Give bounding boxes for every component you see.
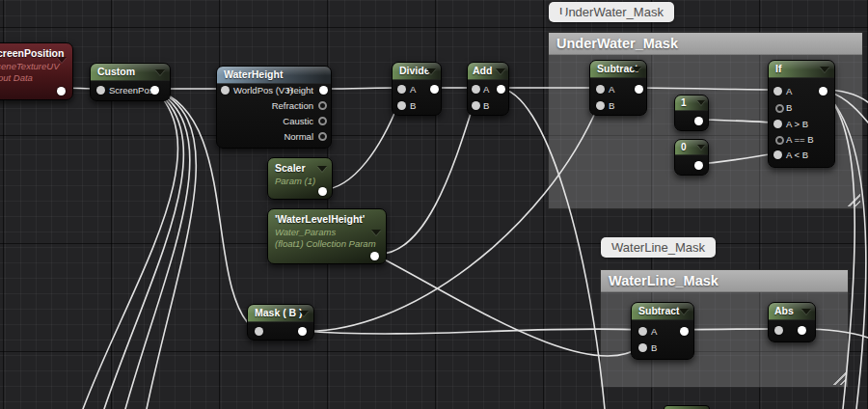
output-pin[interactable]: [57, 87, 66, 95]
output-pin[interactable]: [680, 327, 689, 336]
pin-label: A == B: [786, 134, 814, 145]
node-title: Abs: [774, 305, 794, 316]
chevron-down-icon[interactable]: [679, 309, 689, 314]
chevron-down-icon[interactable]: [697, 145, 705, 150]
node-abs[interactable]: Abs: [768, 302, 816, 342]
node-title: 'WaterLevelHeight': [268, 209, 386, 227]
input-pin-a-eq-b[interactable]: [775, 136, 784, 145]
output-pin[interactable]: [497, 85, 505, 94]
pin-label: Caustic: [283, 116, 313, 126]
node-water-height[interactable]: WaterHeight WorldPos (V3) Height Refract…: [216, 66, 332, 149]
chevron-down-icon[interactable]: [371, 230, 381, 235]
output-pin-normal[interactable]: [318, 132, 327, 141]
node-add[interactable]: Add A B: [467, 62, 509, 116]
output-pin[interactable]: [298, 327, 307, 336]
input-pin-a[interactable]: [472, 85, 480, 94]
node-divide[interactable]: Divide A B: [392, 62, 442, 116]
pin-label: Height: [287, 85, 313, 95]
input-pin-b[interactable]: [472, 101, 480, 110]
pin-label: A: [651, 326, 657, 337]
node-if[interactable]: If A B A > B A == B A < B: [768, 60, 835, 168]
pin-label: A: [786, 86, 792, 96]
node-water-level-height[interactable]: 'WaterLevelHeight' Water_Params (float1)…: [267, 208, 387, 264]
output-pin[interactable]: [318, 187, 327, 196]
wire: [321, 104, 398, 190]
output-pin[interactable]: [694, 117, 703, 125]
output-pin[interactable]: [694, 161, 703, 170]
pin-label: ScreenPos: [109, 85, 153, 95]
input-pin[interactable]: [255, 327, 263, 336]
wire: [637, 88, 775, 90]
wire: [373, 254, 641, 356]
input-pin[interactable]: [774, 326, 783, 335]
node-title: Custom: [97, 66, 135, 77]
input-pin-b[interactable]: [775, 104, 784, 113]
chevron-down-icon[interactable]: [496, 68, 505, 74]
output-pin-height[interactable]: [319, 86, 328, 95]
chevron-down-icon[interactable]: [632, 67, 641, 72]
output-pin[interactable]: [150, 86, 159, 95]
node-title: Divide: [399, 65, 430, 76]
pin-label: A > B: [786, 119, 808, 129]
node-mask-b[interactable]: Mask ( B ): [247, 304, 314, 341]
node-subtract-waterline[interactable]: Subtract A B: [631, 302, 694, 360]
pin-label: B: [410, 100, 416, 111]
wire: [104, 89, 183, 409]
input-pin-b[interactable]: [596, 101, 605, 110]
output-pin[interactable]: [370, 252, 379, 260]
node-scaler[interactable]: Scaler Param (1): [267, 157, 333, 200]
wire: [147, 89, 196, 409]
node-subtitle: (float1) Collection Param: [268, 238, 386, 250]
pin-label: Normal: [284, 131, 313, 142]
output-pin[interactable]: [798, 326, 806, 335]
node-title: Mask ( B ): [255, 307, 303, 318]
pin-label: Refraction: [272, 100, 313, 111]
pin-label: WorldPos (V3): [233, 85, 293, 95]
input-pin-a[interactable]: [397, 85, 406, 94]
input-pin-screenpos[interactable]: [96, 86, 105, 95]
input-pin-worldpos[interactable]: [221, 86, 230, 95]
node-subtitle: Param (1): [268, 176, 332, 187]
node-subtitle: Water_Params: [268, 227, 386, 238]
chevron-down-icon[interactable]: [57, 57, 67, 63]
chevron-down-icon[interactable]: [426, 68, 436, 74]
output-pin[interactable]: [430, 85, 439, 94]
node-title: 1: [681, 97, 687, 108]
node-title: WaterHeight: [224, 68, 283, 80]
node-constant-zero[interactable]: 0: [674, 139, 709, 176]
output-pin-refraction[interactable]: [318, 101, 327, 110]
pin-label: B: [609, 100, 614, 111]
node-screen-position[interactable]: ScreenPosition SceneTextureUV Input Data: [0, 42, 73, 100]
chevron-down-icon[interactable]: [697, 100, 705, 105]
output-pin-caustic[interactable]: [318, 117, 327, 125]
chevron-down-icon[interactable]: [801, 309, 811, 314]
pin-label: A: [609, 84, 614, 95]
input-pin-a[interactable]: [596, 85, 605, 94]
chevron-down-icon[interactable]: [317, 166, 327, 172]
pin-label: A < B: [786, 150, 808, 160]
input-pin-a[interactable]: [638, 327, 647, 336]
pin-label: B: [483, 100, 489, 111]
pin-label: A: [483, 84, 489, 95]
input-pin-a[interactable]: [773, 87, 782, 95]
input-pin-b[interactable]: [397, 101, 406, 110]
chevron-down-icon[interactable]: [155, 69, 165, 75]
node-title: If: [775, 63, 781, 74]
input-pin-a-lt-b[interactable]: [773, 150, 782, 159]
input-pin-a-gt-b[interactable]: [773, 120, 782, 128]
node-custom[interactable]: Custom ScreenPos: [90, 63, 171, 101]
node-title: Subtract: [638, 305, 680, 316]
material-graph-canvas[interactable]: { "comments": { "underwater": { "title":…: [0, 0, 868, 409]
node-title: 0: [681, 142, 687, 152]
node-constant-one[interactable]: 1: [674, 95, 709, 131]
input-pin-b[interactable]: [638, 343, 647, 352]
pin-label: B: [651, 342, 657, 353]
output-pin[interactable]: [819, 87, 827, 95]
output-pin[interactable]: [635, 85, 643, 94]
node-subtract-underwater[interactable]: Subtract A B: [589, 60, 647, 116]
chevron-down-icon[interactable]: [820, 67, 829, 72]
pin-label: B: [786, 102, 792, 113]
chevron-down-icon[interactable]: [299, 311, 309, 316]
node-title: Add: [473, 65, 492, 76]
node-partial-bottom[interactable]: [664, 405, 710, 409]
